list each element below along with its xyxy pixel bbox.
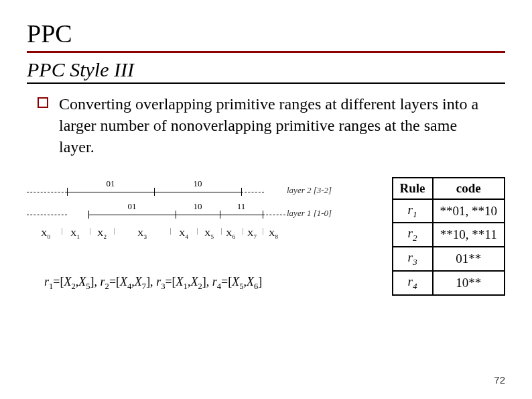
slide-title: PPC	[27, 19, 505, 48]
x-label: X7	[247, 228, 257, 240]
x-label: X5	[204, 228, 214, 240]
x-label: X2	[97, 228, 107, 240]
code-cell: 10**	[433, 271, 505, 295]
x-label: X1	[70, 228, 80, 240]
x-label: X0	[41, 228, 50, 240]
table-row: r2**10, **11	[393, 223, 505, 247]
x-axis: X0X1X2X3X4X5X6X7X8	[27, 228, 381, 244]
x-label: X3	[137, 228, 147, 240]
bullet-text: Converting overlapping primitive ranges …	[59, 93, 488, 158]
code-cell: 01**	[433, 247, 505, 271]
range-diagram: layer 2 [3-2] 0110 layer 1 [1-0] 011011 …	[27, 176, 381, 292]
rule-table: Rule code r1**01, **10r2**10, **11r301**…	[392, 177, 506, 296]
table-row: r1**01, **10	[393, 199, 505, 223]
rule-cell: r1	[393, 199, 433, 223]
x-label: X8	[269, 228, 278, 240]
slide-subtitle: PPC Style III	[27, 58, 505, 81]
table-header-code: code	[433, 178, 505, 199]
table-header-rule: Rule	[393, 178, 433, 199]
subtitle-rule	[27, 82, 505, 84]
rule-cell: r4	[393, 271, 433, 295]
x-label: X6	[226, 228, 235, 240]
layer1-caption: layer 1 [1-0]	[287, 208, 332, 219]
table-row: r301**	[393, 247, 505, 271]
x-label: X4	[179, 228, 188, 240]
bullet-item: Converting overlapping primitive ranges …	[27, 93, 505, 158]
rule-cell: r2	[393, 223, 433, 247]
layer2-caption: layer 2 [3-2]	[287, 185, 332, 196]
rule-cell: r3	[393, 247, 433, 271]
code-cell: **01, **10	[433, 199, 505, 223]
bullet-icon	[38, 97, 48, 108]
layer2-axis: layer 2 [3-2] 0110	[27, 180, 381, 197]
layer1-axis: layer 1 [1-0] 011011	[27, 203, 381, 220]
title-rule	[27, 51, 505, 53]
code-cell: **10, **11	[433, 223, 505, 247]
range-definitions: r1=[X2,X5], r2=[X4,X7], r3=[X1,X2], r4=[…	[27, 275, 381, 292]
table-row: r410**	[393, 271, 505, 295]
page-number: 72	[494, 374, 505, 386]
